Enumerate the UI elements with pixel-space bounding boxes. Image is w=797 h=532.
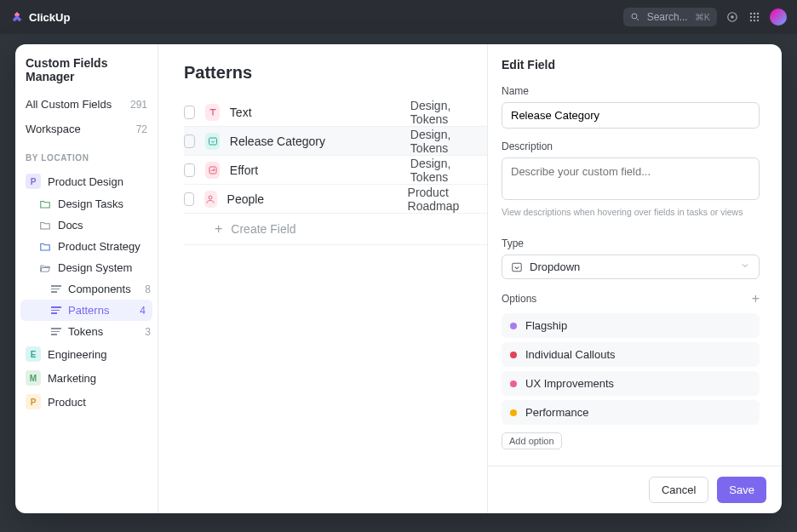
search-placeholder: Search... bbox=[647, 11, 688, 23]
svg-point-12 bbox=[757, 20, 759, 21]
list-icon bbox=[51, 285, 61, 293]
field-location: Product Roadmap bbox=[408, 186, 477, 213]
field-name: Text bbox=[230, 106, 400, 119]
sidebar-workspace[interactable]: Workspace 72 bbox=[15, 117, 158, 141]
edit-field-panel: Edit Field Name Description View descrip… bbox=[487, 44, 782, 513]
custom-fields-modal: Custom Fields Manager All Custom Fields … bbox=[15, 44, 782, 513]
svg-point-10 bbox=[750, 20, 752, 21]
list-icon bbox=[51, 328, 61, 335]
option-row[interactable]: Performance bbox=[502, 400, 760, 425]
svg-point-4 bbox=[750, 13, 752, 14]
add-option-button[interactable]: Add option bbox=[502, 432, 562, 449]
space-badge: E bbox=[26, 346, 41, 362]
name-input[interactable] bbox=[502, 102, 760, 129]
space-badge: P bbox=[26, 174, 41, 189]
sidebar: Custom Fields Manager All Custom Fields … bbox=[15, 44, 158, 513]
sidebar-all-label: All Custom Fields bbox=[26, 98, 112, 111]
sidebar-title: Custom Fields Manager bbox=[15, 56, 158, 92]
row-checkbox[interactable] bbox=[184, 192, 194, 206]
svg-point-3 bbox=[731, 15, 734, 19]
svg-point-0 bbox=[632, 14, 637, 19]
svg-point-9 bbox=[757, 16, 759, 18]
row-checkbox[interactable] bbox=[184, 163, 195, 177]
name-label: Name bbox=[502, 85, 760, 97]
svg-rect-16 bbox=[513, 263, 522, 271]
dropdown-field-icon bbox=[205, 133, 219, 150]
tree-patterns[interactable]: Patterns 4 bbox=[20, 300, 152, 321]
sidebar-all-count: 291 bbox=[130, 99, 147, 111]
svg-point-6 bbox=[757, 13, 759, 14]
tree-components[interactable]: Components 8 bbox=[15, 278, 158, 300]
space-badge: P bbox=[26, 394, 41, 409]
type-dropdown[interactable]: Dropdown bbox=[502, 255, 760, 279]
brand: ClickUp bbox=[10, 10, 70, 24]
panel-title: Edit Field bbox=[502, 58, 760, 72]
search-icon bbox=[630, 12, 640, 22]
search-input[interactable]: Search... ⌘K bbox=[623, 8, 717, 26]
create-field-label: Create Field bbox=[231, 222, 295, 236]
tree-engineering[interactable]: E Engineering bbox=[15, 342, 158, 366]
description-help: View descriptions when hovering over fie… bbox=[502, 207, 760, 217]
field-location: Design, Tokens bbox=[410, 99, 477, 126]
svg-line-1 bbox=[636, 19, 639, 21]
fields-table: Text Design, Tokens Release Category Des… bbox=[184, 98, 487, 245]
field-location: Design, Tokens bbox=[410, 128, 477, 155]
svg-point-5 bbox=[754, 13, 755, 14]
page-title: Patterns bbox=[184, 63, 487, 83]
tree-design-tasks[interactable]: Design Tasks bbox=[15, 193, 158, 215]
table-row[interactable]: People Product Roadmap bbox=[184, 185, 487, 214]
tree-design-system[interactable]: Design System bbox=[15, 257, 158, 278]
sidebar-all-fields[interactable]: All Custom Fields 291 bbox=[15, 92, 158, 117]
options-label: Options bbox=[502, 293, 536, 305]
folder-icon bbox=[39, 198, 51, 210]
option-label: Individual Callouts bbox=[525, 348, 616, 361]
tree-docs[interactable]: Docs bbox=[15, 215, 158, 236]
sidebar-workspace-count: 72 bbox=[136, 123, 147, 135]
svg-point-15 bbox=[209, 196, 212, 199]
field-name: Effort bbox=[230, 163, 400, 177]
add-option-icon[interactable]: + bbox=[752, 291, 760, 306]
svg-rect-13 bbox=[209, 138, 216, 145]
row-checkbox[interactable] bbox=[184, 106, 195, 119]
option-row[interactable]: Individual Callouts bbox=[502, 342, 760, 367]
avatar[interactable] bbox=[770, 9, 787, 26]
save-button[interactable]: Save bbox=[717, 477, 766, 503]
option-label: Flagship bbox=[525, 319, 567, 332]
tree-product[interactable]: P Product bbox=[15, 390, 158, 414]
description-input[interactable] bbox=[502, 157, 760, 200]
option-row[interactable]: UX Improvements bbox=[502, 371, 760, 396]
svg-point-8 bbox=[754, 16, 755, 18]
clickup-logo-icon bbox=[10, 10, 24, 24]
option-color-dot bbox=[510, 352, 517, 358]
row-checkbox[interactable] bbox=[184, 134, 195, 148]
list-icon bbox=[51, 306, 61, 314]
option-row[interactable]: Flagship bbox=[502, 313, 760, 338]
table-row[interactable]: Text Design, Tokens bbox=[184, 98, 487, 127]
create-field-button[interactable]: + Create Field bbox=[184, 214, 487, 245]
description-label: Description bbox=[502, 140, 760, 152]
dropdown-icon bbox=[511, 261, 523, 273]
tree-marketing[interactable]: M Marketing bbox=[15, 366, 158, 390]
main-content: Patterns Text Design, Tokens Release Cat… bbox=[158, 44, 487, 513]
tree-tokens[interactable]: Tokens 3 bbox=[15, 321, 158, 342]
option-label: Performance bbox=[525, 406, 588, 419]
option-label: UX Improvements bbox=[525, 377, 614, 390]
cancel-button[interactable]: Cancel bbox=[649, 477, 708, 503]
svg-point-11 bbox=[754, 20, 755, 21]
apps-icon[interactable] bbox=[748, 10, 761, 24]
type-label: Type bbox=[502, 237, 760, 249]
field-name: Release Category bbox=[230, 134, 400, 148]
svg-point-7 bbox=[750, 16, 752, 18]
tree-product-strategy[interactable]: Product Strategy bbox=[15, 236, 158, 257]
table-row[interactable]: Release Category Design, Tokens bbox=[184, 127, 487, 156]
option-color-dot bbox=[510, 380, 517, 387]
option-color-dot bbox=[510, 409, 517, 416]
sidebar-section-label: BY LOCATION bbox=[15, 141, 158, 169]
option-color-dot bbox=[510, 323, 517, 329]
search-kbd: ⌘K bbox=[695, 12, 710, 23]
table-row[interactable]: Effort Design, Tokens bbox=[184, 156, 487, 185]
sidebar-workspace-label: Workspace bbox=[26, 123, 81, 135]
brand-label: ClickUp bbox=[29, 11, 70, 24]
tree-product-design[interactable]: P Product Design bbox=[15, 169, 158, 193]
record-icon[interactable] bbox=[725, 10, 739, 24]
